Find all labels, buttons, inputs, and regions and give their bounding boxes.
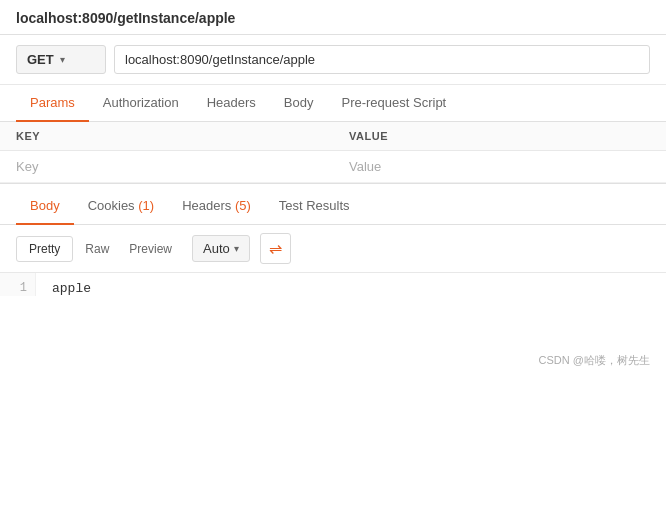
response-toolbar: Pretty Raw Preview Auto ▾ ⇌ — [0, 225, 666, 273]
key-placeholder[interactable]: Key — [0, 151, 333, 183]
wrap-icon: ⇌ — [269, 239, 282, 258]
params-table-body: Key Value — [0, 151, 666, 183]
watermark: CSDN @哈喽，树先生 — [539, 353, 650, 368]
page-title: localhost:8090/getInstance/apple — [16, 10, 235, 26]
resp-tab-cookies[interactable]: Cookies (1) — [74, 188, 168, 225]
preview-button[interactable]: Preview — [121, 237, 180, 261]
auto-label: Auto — [203, 241, 230, 256]
request-tabs: Params Authorization Headers Body Pre-re… — [0, 85, 666, 122]
key-column-header: KEY — [0, 122, 333, 151]
url-input[interactable] — [114, 45, 650, 74]
tab-authorization[interactable]: Authorization — [89, 85, 193, 122]
params-table: KEY VALUE Key Value — [0, 122, 666, 183]
response-line-1: 1 apple — [0, 273, 666, 296]
resp-tab-body[interactable]: Body — [16, 188, 74, 225]
params-section: KEY VALUE Key Value — [0, 122, 666, 184]
url-bar: GET ▾ — [0, 35, 666, 85]
method-label: GET — [27, 52, 54, 67]
response-body: 1 apple CSDN @哈喽，树先生 — [0, 273, 666, 376]
method-select[interactable]: GET ▾ — [16, 45, 106, 74]
value-column-header: VALUE — [333, 122, 666, 151]
resp-tab-test-results[interactable]: Test Results — [265, 188, 364, 225]
auto-chevron-icon: ▾ — [234, 243, 239, 254]
value-placeholder[interactable]: Value — [333, 151, 666, 183]
params-table-header: KEY VALUE — [0, 122, 666, 151]
code-content-1: apple — [36, 273, 91, 296]
wrap-button[interactable]: ⇌ — [260, 233, 291, 264]
chevron-down-icon: ▾ — [60, 54, 65, 65]
title-bar: localhost:8090/getInstance/apple — [0, 0, 666, 35]
tab-headers[interactable]: Headers — [193, 85, 270, 122]
table-row: Key Value — [0, 151, 666, 183]
tab-params[interactable]: Params — [16, 85, 89, 122]
format-auto-select[interactable]: Auto ▾ — [192, 235, 250, 262]
resp-tab-headers[interactable]: Headers (5) — [168, 188, 265, 225]
tab-body[interactable]: Body — [270, 85, 328, 122]
pretty-button[interactable]: Pretty — [16, 236, 73, 262]
response-tabs: Body Cookies (1) Headers (5) Test Result… — [0, 188, 666, 225]
headers-badge: (5) — [235, 198, 251, 213]
raw-button[interactable]: Raw — [77, 237, 117, 261]
cookies-badge: (1) — [138, 198, 154, 213]
line-number-1: 1 — [0, 273, 36, 296]
tab-pre-request-script[interactable]: Pre-request Script — [327, 85, 460, 122]
